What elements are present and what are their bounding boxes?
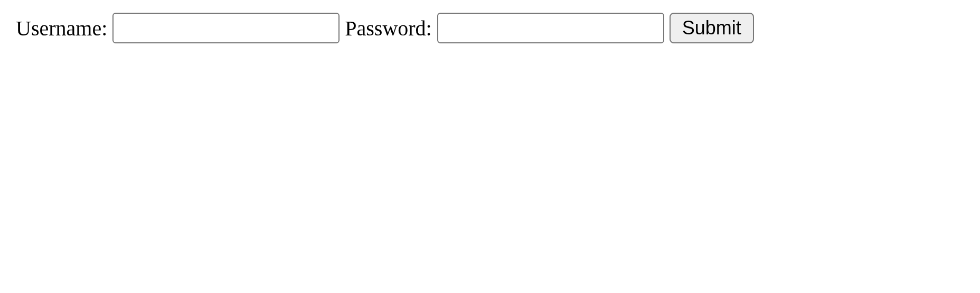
password-label: Password: [345, 16, 431, 41]
password-input[interactable] [437, 13, 664, 43]
submit-button[interactable]: Submit [670, 13, 754, 43]
username-label: Username: [16, 16, 107, 41]
login-form: Username: Password: Submit [16, 13, 964, 43]
username-input[interactable] [112, 13, 340, 43]
